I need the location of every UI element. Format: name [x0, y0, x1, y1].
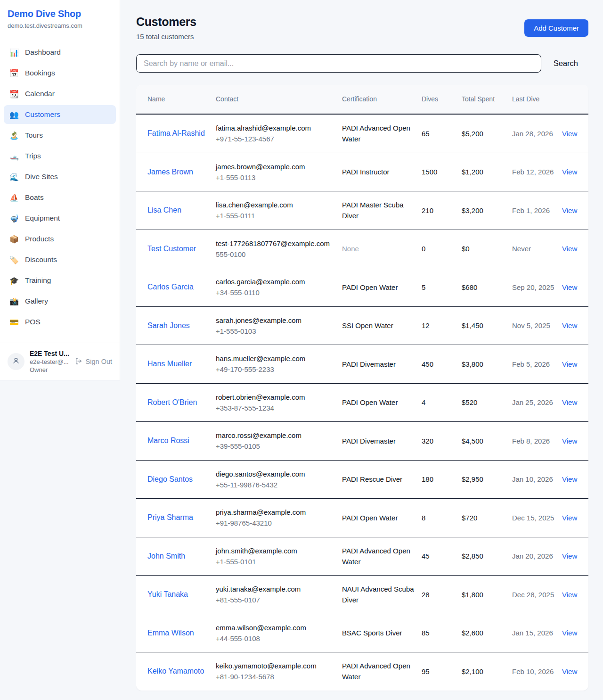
- customer-total-spent: $0: [462, 245, 470, 253]
- customer-phone: +91-98765-43210: [216, 518, 334, 528]
- customer-name-cell: Carlos Garcia: [136, 268, 216, 307]
- sidebar-item-tours[interactable]: 🏝️ Tours: [4, 126, 116, 145]
- customer-name-link[interactable]: John Smith: [147, 551, 185, 562]
- customer-name-link[interactable]: Robert O'Brien: [147, 397, 197, 408]
- customer-phone: +81-555-0107: [216, 594, 334, 605]
- sign-out-label: Sign Out: [86, 358, 112, 365]
- customer-name-link[interactable]: Sarah Jones: [147, 320, 190, 331]
- customer-name-link[interactable]: Diego Santos: [147, 474, 193, 485]
- search-input[interactable]: [136, 54, 541, 73]
- customer-name-cell: Marco Rossi: [136, 422, 216, 461]
- customer-total-spent: $2,850: [462, 552, 483, 560]
- customer-name-link[interactable]: Marco Rossi: [147, 435, 189, 446]
- sidebar-item-dashboard[interactable]: 📊 Dashboard: [4, 43, 116, 62]
- sidebar-item-products[interactable]: 📦 Products: [4, 230, 116, 248]
- sidebar-item-dive-sites[interactable]: 🌊 Dive Sites: [4, 167, 116, 186]
- customer-dives: 210: [422, 206, 433, 214]
- customer-name-cell: Hans Mueller: [136, 345, 216, 384]
- brand: Demo Dive Shop demo.test.divestreams.com: [0, 0, 120, 37]
- search-button[interactable]: Search: [541, 59, 588, 68]
- customer-certification-cell: PADI Advanced Open Water: [342, 652, 422, 691]
- sidebar-item-training[interactable]: 🎓 Training: [4, 271, 116, 290]
- customer-email: keiko.yamamoto@example.com: [216, 660, 334, 671]
- customer-total-spent: $5,200: [462, 130, 483, 138]
- customer-total-spent: $680: [462, 283, 477, 291]
- view-link[interactable]: View: [562, 130, 577, 138]
- customer-total-spent: $1,450: [462, 321, 483, 329]
- view-link[interactable]: View: [562, 283, 577, 291]
- customer-name-link[interactable]: Emma Wilson: [147, 627, 194, 639]
- customer-total-spent-cell: $1,450: [462, 306, 512, 345]
- customer-name-cell: Fatima Al-Rashid: [136, 114, 216, 153]
- sidebar-nav: 📊 Dashboard 📅 Bookings 📆 Calendar 👥 Cust…: [0, 37, 120, 338]
- customer-total-spent: $2,100: [462, 667, 483, 675]
- customer-total-spent-cell: $5,200: [462, 114, 512, 153]
- user-email: e2e-tester@...: [30, 358, 70, 365]
- sidebar-item-calendar[interactable]: 📆 Calendar: [4, 84, 116, 103]
- sidebar-item-equipment[interactable]: 🤿 Equipment: [4, 209, 116, 228]
- customer-certification-cell: PADI Open Water: [342, 499, 422, 537]
- sidebar-item-trips[interactable]: 🛥️ Trips: [4, 147, 116, 165]
- customer-name-link[interactable]: Carlos Garcia: [147, 281, 194, 293]
- view-link[interactable]: View: [562, 514, 577, 522]
- view-link[interactable]: View: [562, 475, 577, 483]
- view-link[interactable]: View: [562, 398, 577, 406]
- customer-total-spent: $520: [462, 398, 477, 406]
- customer-name-link[interactable]: Yuki Tanaka: [147, 589, 188, 600]
- customer-action-cell: View: [562, 268, 588, 307]
- sidebar-item-discounts[interactable]: 🏷️ Discounts: [4, 250, 116, 269]
- customer-total-spent-cell: $3,800: [462, 345, 512, 384]
- shop-domain: demo.test.divestreams.com: [8, 22, 112, 29]
- sidebar-item-bookings[interactable]: 📅 Bookings: [4, 64, 116, 82]
- customer-name-link[interactable]: Hans Mueller: [147, 358, 192, 370]
- customer-email: diego.santos@example.com: [216, 469, 334, 479]
- customer-action-cell: View: [562, 422, 588, 461]
- sidebar-item-boats[interactable]: ⛵ Boats: [4, 188, 116, 207]
- customer-action-cell: View: [562, 306, 588, 345]
- customer-dives-cell: 450: [422, 345, 462, 384]
- customer-certification-cell: PADI Master Scuba Diver: [342, 191, 422, 230]
- sidebar-item-gallery[interactable]: 📸 Gallery: [4, 292, 116, 311]
- column-header-dives: Dives: [422, 85, 462, 114]
- customer-email: yuki.tanaka@example.com: [216, 584, 334, 594]
- sidebar: Demo Dive Shop demo.test.divestreams.com…: [0, 0, 120, 380]
- customer-name-link[interactable]: Priya Sharma: [147, 512, 193, 523]
- sidebar-item-customers[interactable]: 👥 Customers: [4, 105, 116, 124]
- customer-last-dive-cell: Feb 8, 2026: [512, 422, 562, 461]
- customer-name-link[interactable]: James Brown: [147, 166, 193, 178]
- view-link[interactable]: View: [562, 360, 577, 368]
- customer-email: sarah.jones@example.com: [216, 315, 334, 326]
- customer-last-dive: Jan 25, 2026: [512, 398, 553, 406]
- view-link[interactable]: View: [562, 321, 577, 329]
- customer-dives-cell: 28: [422, 576, 462, 614]
- customer-action-cell: View: [562, 499, 588, 537]
- view-link[interactable]: View: [562, 552, 577, 560]
- customer-last-dive: Dec 28, 2025: [512, 591, 554, 599]
- customer-name-link[interactable]: Test Customer: [147, 243, 196, 255]
- sidebar-item-pos[interactable]: 💳 POS: [4, 313, 116, 331]
- view-link[interactable]: View: [562, 629, 577, 637]
- view-link[interactable]: View: [562, 245, 577, 253]
- customer-name-cell: Sarah Jones: [136, 306, 216, 345]
- search-row: Search: [136, 54, 588, 73]
- customer-name-link[interactable]: Fatima Al-Rashid: [147, 128, 205, 139]
- view-link[interactable]: View: [562, 437, 577, 445]
- view-link[interactable]: View: [562, 168, 577, 176]
- customer-certification-cell: PADI Open Water: [342, 383, 422, 422]
- customer-certification-cell: NAUI Advanced Scuba Diver: [342, 576, 422, 614]
- view-link[interactable]: View: [562, 591, 577, 599]
- customer-dives: 28: [422, 591, 430, 599]
- customer-action-cell: View: [562, 383, 588, 422]
- column-header-last-dive: Last Dive: [512, 85, 562, 114]
- customer-dives: 95: [422, 667, 430, 675]
- customer-name-link[interactable]: Lisa Chen: [147, 205, 181, 216]
- view-link[interactable]: View: [562, 667, 577, 675]
- sign-out-button[interactable]: Sign Out: [75, 357, 112, 366]
- customer-total-spent-cell: $720: [462, 499, 512, 537]
- view-link[interactable]: View: [562, 206, 577, 214]
- add-customer-button[interactable]: Add Customer: [524, 19, 588, 37]
- customer-total-spent-cell: $2,950: [462, 460, 512, 499]
- table-row: Keiko Yamamoto keiko.yamamoto@example.co…: [136, 652, 588, 691]
- gallery-icon: 📸: [9, 297, 19, 306]
- customer-name-link[interactable]: Keiko Yamamoto: [147, 666, 204, 677]
